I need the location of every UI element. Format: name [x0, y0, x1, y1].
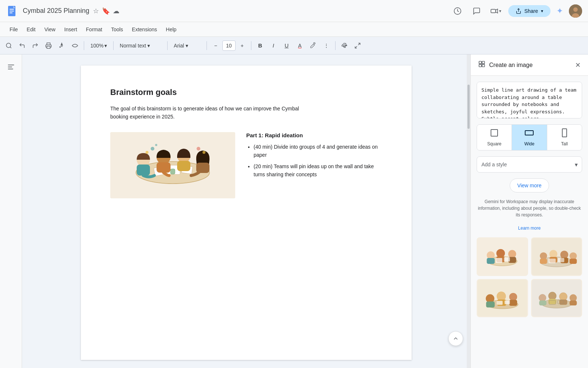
- bold-button[interactable]: B: [254, 40, 266, 52]
- svg-rect-82: [539, 300, 546, 305]
- svg-rect-4: [10, 13, 12, 13]
- shape-square-option[interactable]: Square: [477, 125, 512, 150]
- font-dropdown[interactable]: Arial ▾: [171, 40, 204, 52]
- font-size-input[interactable]: [222, 40, 236, 51]
- thumbnail-4[interactable]: [531, 279, 582, 318]
- cloud-icon[interactable]: ☁: [113, 7, 119, 15]
- separator-6: [335, 41, 336, 50]
- history-button[interactable]: [451, 4, 464, 18]
- folder-icon[interactable]: 🔖: [102, 7, 110, 15]
- tools-menu[interactable]: Tools: [107, 25, 127, 34]
- zoom-selector[interactable]: 100% ▾: [87, 40, 110, 52]
- font-size-decrease-button[interactable]: −: [210, 40, 222, 52]
- svg-line-16: [358, 43, 360, 45]
- text-color-button[interactable]: A: [294, 40, 306, 52]
- title-icons: ☆ 🔖 ☁: [93, 7, 119, 15]
- prompt-input[interactable]: [477, 82, 582, 118]
- edit-menu[interactable]: Edit: [23, 25, 39, 34]
- svg-point-53: [508, 250, 516, 258]
- svg-rect-41: [482, 61, 485, 64]
- thumbnails-grid: [477, 237, 582, 317]
- svg-point-85: [559, 293, 567, 301]
- scrollbar-thumb[interactable]: [467, 85, 470, 129]
- italic-button[interactable]: I: [268, 40, 279, 52]
- paint-format-button[interactable]: [69, 40, 81, 52]
- svg-rect-46: [562, 129, 567, 137]
- font-chevron-icon: ▾: [186, 43, 188, 49]
- view-more-button[interactable]: View more: [510, 178, 549, 192]
- svg-rect-66: [569, 259, 577, 264]
- svg-rect-28: [137, 164, 150, 176]
- shape-tall-label: Tall: [561, 141, 568, 146]
- highlight-button[interactable]: [307, 40, 319, 52]
- svg-line-17: [355, 46, 357, 48]
- share-button[interactable]: Share ▾: [508, 5, 551, 17]
- shape-wide-option[interactable]: Wide: [512, 125, 547, 150]
- svg-point-36: [151, 147, 154, 151]
- expand-button[interactable]: [352, 40, 363, 52]
- document-area: Brainstorm goals The goal of this brains…: [22, 54, 470, 368]
- doc-scrollbar[interactable]: [467, 54, 470, 368]
- svg-rect-26: [171, 169, 175, 174]
- paint-mode-button[interactable]: [338, 40, 350, 52]
- font-size-increase-button[interactable]: +: [236, 40, 248, 52]
- comments-button[interactable]: [470, 4, 483, 18]
- help-menu[interactable]: Help: [162, 25, 180, 34]
- separator-1: [84, 41, 84, 50]
- svg-rect-3: [10, 11, 14, 11]
- style-select-container: Add a style Watercolor Sketch Photoreali…: [477, 156, 582, 173]
- zoom-label: 100%: [90, 43, 104, 49]
- print-button[interactable]: [43, 40, 54, 52]
- search-button[interactable]: [3, 40, 15, 52]
- shape-tall-option[interactable]: Tall: [547, 125, 582, 150]
- spell-check-button[interactable]: [56, 40, 68, 52]
- team-illustration[interactable]: [110, 132, 235, 198]
- format-menu[interactable]: Format: [82, 25, 106, 34]
- wide-shape-icon: [525, 128, 534, 139]
- text-color-icon: A: [298, 43, 301, 49]
- svg-rect-40: [479, 61, 482, 64]
- thumbnail-3[interactable]: [477, 279, 528, 318]
- redo-button[interactable]: [29, 40, 41, 52]
- svg-point-83: [548, 292, 556, 300]
- extensions-menu[interactable]: Extensions: [128, 25, 161, 34]
- document-page: Brainstorm goals The goal of this brains…: [81, 66, 412, 360]
- svg-point-15: [344, 45, 345, 46]
- svg-rect-42: [479, 64, 482, 67]
- panel-body: Square Wide Tall Add a s: [471, 76, 588, 323]
- insert-menu[interactable]: Insert: [61, 25, 81, 34]
- svg-rect-6: [491, 9, 495, 13]
- svg-point-81: [539, 294, 546, 301]
- doc-title[interactable]: Cymbal 2025 Planning: [23, 7, 89, 15]
- svg-rect-55: [496, 258, 502, 263]
- zoom-chevron-icon: ▾: [104, 43, 107, 49]
- panel-close-button[interactable]: ✕: [575, 61, 581, 69]
- underline-button[interactable]: U: [281, 40, 293, 52]
- svg-point-39: [155, 144, 157, 146]
- svg-rect-44: [491, 130, 498, 136]
- app-icon: [6, 4, 19, 18]
- style-select[interactable]: Add a style Watercolor Sketch Photoreali…: [477, 156, 582, 173]
- user-avatar[interactable]: [569, 4, 582, 18]
- svg-rect-84: [548, 299, 556, 304]
- gemini-star-icon[interactable]: ✦: [556, 6, 563, 16]
- left-sidebar: [0, 54, 22, 368]
- more-options-button[interactable]: ⋮: [320, 40, 332, 52]
- view-menu[interactable]: View: [41, 25, 59, 34]
- thumbnail-2[interactable]: [531, 237, 582, 276]
- shape-square-label: Square: [487, 141, 502, 146]
- scroll-top-button[interactable]: [448, 331, 463, 346]
- svg-point-87: [569, 294, 577, 301]
- panel-icon: [478, 60, 485, 70]
- file-menu[interactable]: File: [6, 25, 22, 34]
- svg-rect-45: [525, 131, 533, 135]
- svg-rect-43: [482, 64, 485, 67]
- thumbnail-1[interactable]: [477, 237, 528, 276]
- meet-button[interactable]: ▾: [489, 4, 502, 18]
- learn-more-link[interactable]: Learn more: [518, 226, 541, 231]
- outline-icon[interactable]: [4, 60, 18, 74]
- text-style-dropdown[interactable]: Normal text ▾: [116, 40, 164, 52]
- star-icon[interactable]: ☆: [93, 7, 99, 15]
- undo-button[interactable]: [16, 40, 28, 52]
- svg-rect-14: [47, 46, 50, 48]
